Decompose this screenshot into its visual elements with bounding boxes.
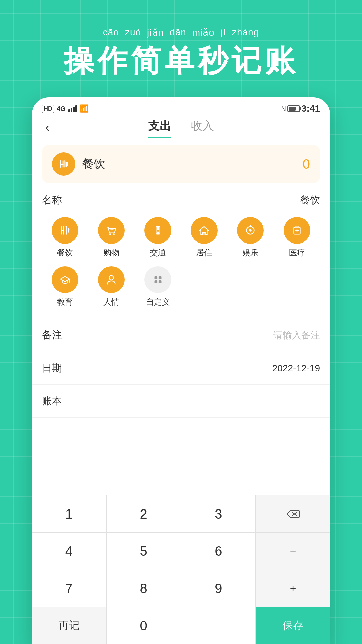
category-item-medical[interactable]: 医疗 xyxy=(274,214,320,263)
svg-rect-14 xyxy=(203,232,205,235)
key-delete[interactable] xyxy=(256,495,330,532)
svg-point-13 xyxy=(157,232,159,234)
pinyin-1: cāo xyxy=(103,27,119,38)
header-area: cāo zuò jiǎn dān miǎo jì zhàng 操作简单秒记账 xyxy=(0,27,362,82)
svg-rect-24 xyxy=(159,276,162,279)
category-item-transport[interactable]: 交通 xyxy=(135,214,181,263)
category-icon-transport xyxy=(144,217,171,244)
svg-point-8 xyxy=(109,233,111,235)
category-grid: 餐饮 购物 xyxy=(42,214,320,312)
keyboard-row-1: 1 2 3 xyxy=(32,495,330,533)
amount-icon xyxy=(52,152,75,176)
tabs-center: 支出 收入 xyxy=(148,118,214,138)
category-section: 名称 餐饮 餐饮 xyxy=(32,190,330,319)
time-display: 3:41 xyxy=(301,103,320,114)
back-button[interactable]: ‹ xyxy=(45,121,49,135)
amount-value: 0 xyxy=(303,157,310,172)
keyboard: 1 2 3 4 5 6 − 7 8 9 + 再记 0 xyxy=(32,495,330,644)
category-label: 名称 xyxy=(42,193,62,207)
category-item-food[interactable]: 餐饮 xyxy=(42,214,88,263)
status-left: HD 4G 📶 xyxy=(42,104,89,113)
hd-badge: HD xyxy=(42,105,54,113)
svg-point-11 xyxy=(157,227,159,229)
category-name-custom: 自定义 xyxy=(146,297,170,307)
keyboard-row-4: 再记 0 保存 xyxy=(32,607,330,644)
nav-tabs: ‹ 支出 收入 xyxy=(32,117,330,142)
remarks-label: 备注 xyxy=(42,328,62,342)
category-name-education: 教育 xyxy=(57,297,73,307)
network-badge: 4G xyxy=(57,105,66,113)
category-name-social: 人情 xyxy=(103,297,119,307)
category-item-housing[interactable]: 居住 xyxy=(181,214,227,263)
key-1[interactable]: 1 xyxy=(32,495,107,532)
category-item-shopping[interactable]: 购物 xyxy=(88,214,134,263)
svg-rect-25 xyxy=(154,280,157,283)
key-empty xyxy=(181,607,256,644)
category-icon-housing xyxy=(191,217,218,244)
category-item-entertainment[interactable]: 娱乐 xyxy=(227,214,274,263)
account-row[interactable]: 账本 xyxy=(32,385,330,418)
svg-rect-26 xyxy=(159,280,162,283)
account-label: 账本 xyxy=(42,394,62,408)
key-plus[interactable]: + xyxy=(256,570,330,607)
key-9[interactable]: 9 xyxy=(181,570,256,607)
pinyin-6: jì xyxy=(221,27,226,38)
phone-mockup: HD 4G 📶 N 3:41 ‹ 支出 收入 xyxy=(32,97,330,644)
pinyin-3: jiǎn xyxy=(147,27,164,38)
pinyin-row: cāo zuò jiǎn dān miǎo jì zhàng xyxy=(0,27,362,38)
key-0[interactable]: 0 xyxy=(107,607,181,644)
pinyin-5: miǎo xyxy=(192,27,215,38)
category-name-shopping: 购物 xyxy=(103,247,119,258)
key-minus[interactable]: − xyxy=(256,533,330,570)
category-icon-social xyxy=(98,266,125,293)
date-row[interactable]: 日期 2022-12-19 xyxy=(32,352,330,385)
svg-point-17 xyxy=(249,229,252,232)
amount-label: 餐饮 xyxy=(82,156,296,172)
battery-container: N 3:41 xyxy=(281,103,320,114)
category-selected: 餐饮 xyxy=(300,193,320,207)
remarks-placeholder: 请输入备注 xyxy=(273,329,320,342)
key-7[interactable]: 7 xyxy=(32,570,107,607)
category-icon-shopping xyxy=(98,217,125,244)
battery-icon xyxy=(287,105,300,112)
date-value: 2022-12-19 xyxy=(272,363,320,374)
svg-rect-18 xyxy=(250,225,251,227)
svg-point-9 xyxy=(113,233,115,235)
page-title: 操作简单秒记账 xyxy=(0,41,362,82)
category-icon-food xyxy=(52,217,78,244)
pinyin-2: zuò xyxy=(125,27,141,38)
wifi-icon: 📶 xyxy=(80,104,89,113)
key-8[interactable]: 8 xyxy=(107,570,181,607)
category-item-social[interactable]: 人情 xyxy=(88,263,134,312)
key-rerecord[interactable]: 再记 xyxy=(32,607,107,644)
key-4[interactable]: 4 xyxy=(32,533,107,570)
svg-point-12 xyxy=(157,229,159,231)
nfc-icon: N xyxy=(281,105,286,113)
signal-bars xyxy=(68,105,77,112)
category-item-education[interactable]: 教育 xyxy=(42,263,88,312)
tab-expense[interactable]: 支出 xyxy=(148,118,171,138)
keyboard-row-3: 7 8 9 + xyxy=(32,570,330,607)
category-icon-medical xyxy=(284,217,310,244)
key-2[interactable]: 2 xyxy=(107,495,181,532)
category-name-medical: 医疗 xyxy=(289,247,305,258)
amount-display: 餐饮 0 xyxy=(42,145,320,183)
pinyin-4: dān xyxy=(170,27,186,38)
tab-income[interactable]: 收入 xyxy=(191,118,214,138)
date-label: 日期 xyxy=(42,361,62,375)
key-3[interactable]: 3 xyxy=(181,495,256,532)
category-name-food: 餐饮 xyxy=(57,247,73,258)
key-save[interactable]: 保存 xyxy=(256,607,330,644)
remarks-row[interactable]: 备注 请输入备注 xyxy=(32,319,330,352)
keyboard-row-2: 4 5 6 − xyxy=(32,533,330,570)
category-icon-entertainment xyxy=(237,217,264,244)
category-name-housing: 居住 xyxy=(196,247,212,258)
status-bar: HD 4G 📶 N 3:41 xyxy=(32,97,330,117)
category-header: 名称 餐饮 xyxy=(42,193,320,207)
key-5[interactable]: 5 xyxy=(107,533,181,570)
category-icon-education xyxy=(52,266,78,293)
svg-point-22 xyxy=(109,276,114,280)
key-6[interactable]: 6 xyxy=(181,533,256,570)
category-name-transport: 交通 xyxy=(150,247,166,258)
category-item-custom[interactable]: 自定义 xyxy=(135,263,181,312)
